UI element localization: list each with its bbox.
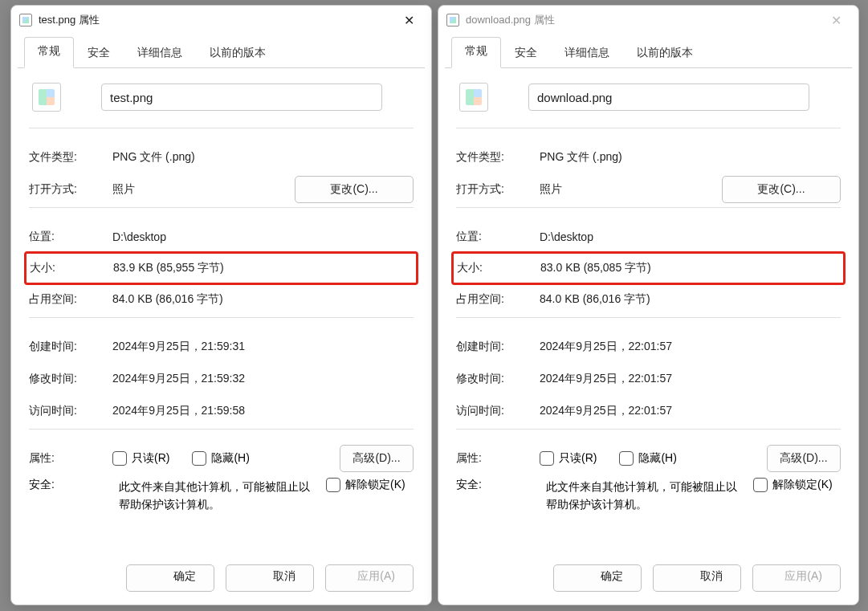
dialog-footer: 确定 取消 应用(A) [438,555,858,605]
openwith-value: 照片 [540,182,722,197]
tab-details[interactable]: 详细信息 [551,39,623,68]
filename-input[interactable] [101,84,382,111]
tab-bar: 常规 安全 详细信息 以前的版本 [445,35,852,68]
titlebar[interactable]: download.png 属性 ✕ [438,6,858,35]
filetype-label: 文件类型: [29,150,112,165]
unblock-checkbox[interactable]: 解除锁定(K) [753,478,833,492]
accessed-value: 2024年9月25日，22:01:57 [540,404,841,418]
modified-value: 2024年9月25日，22:01:57 [540,372,841,386]
openwith-value: 照片 [112,182,295,197]
advanced-button[interactable]: 高级(D)... [767,445,841,472]
cancel-button[interactable]: 取消 [226,564,314,592]
openwith-label: 打开方式: [456,182,540,197]
location-value: D:\desktop [540,230,841,243]
created-value: 2024年9月25日，22:01:57 [540,340,841,354]
close-icon: ✕ [831,13,842,28]
unblock-label: 解除锁定(K) [345,478,405,492]
created-value: 2024年9月25日，21:59:31 [112,340,414,354]
filetype-value: PNG 文件 (.png) [112,150,414,165]
tab-previous-versions[interactable]: 以前的版本 [623,39,707,68]
sizeondisk-label: 占用空间: [29,292,112,307]
tab-general[interactable]: 常规 [24,37,74,68]
divider [456,128,841,128]
tab-details[interactable]: 详细信息 [124,39,196,68]
checkbox-icon [326,478,340,492]
modified-label: 修改时间: [29,372,112,386]
location-label: 位置: [456,230,540,244]
location-value: D:\desktop [112,230,414,243]
readonly-checkbox[interactable]: 只读(R) [540,451,597,466]
tab-previous-versions[interactable]: 以前的版本 [196,39,279,68]
accessed-value: 2024年9月25日，21:59:58 [112,404,414,418]
titlebar[interactable]: test.png 属性 ✕ [11,6,431,35]
filename-input[interactable] [528,84,809,111]
sizeondisk-value: 84.0 KB (86,016 字节) [540,292,841,307]
security-text: 此文件来自其他计算机，可能被阻止以帮助保护该计算机。 [119,478,320,514]
divider [456,429,841,430]
tab-content: 文件类型:PNG 文件 (.png) 打开方式: 照片 更改(C)... 位置:… [438,68,858,555]
file-type-icon [459,83,488,112]
file-icon [446,14,459,26]
sizeondisk-label: 占用空间: [456,292,540,307]
close-icon: ✕ [404,13,414,28]
security-label: 安全: [456,478,540,492]
checkbox-icon [753,478,768,492]
size-highlight: 大小:83.9 KB (85,955 字节) [24,251,418,285]
security-label: 安全: [29,478,112,492]
location-label: 位置: [29,230,112,244]
ok-button[interactable]: 确定 [126,564,214,592]
attributes-label: 属性: [29,451,112,466]
close-button[interactable]: ✕ [391,8,426,32]
divider [29,128,414,128]
checkbox-icon [619,451,634,466]
window-title: test.png 属性 [39,13,391,27]
unblock-checkbox[interactable]: 解除锁定(K) [326,478,405,492]
cancel-button[interactable]: 取消 [653,564,741,592]
checkbox-icon [540,451,554,466]
divider [456,207,841,208]
properties-dialog-download: download.png 属性 ✕ 常规 安全 详细信息 以前的版本 文件类型:… [438,5,859,605]
file-type-icon [32,83,61,112]
unblock-label: 解除锁定(K) [772,478,833,492]
change-openwith-button[interactable]: 更改(C)... [295,176,414,203]
apply-button[interactable]: 应用(A) [325,564,414,592]
apply-button[interactable]: 应用(A) [752,564,841,592]
change-openwith-button[interactable]: 更改(C)... [722,176,841,203]
created-label: 创建时间: [29,340,112,354]
checkbox-icon [192,451,206,466]
advanced-button[interactable]: 高级(D)... [340,445,414,472]
close-button[interactable]: ✕ [818,8,854,32]
size-label: 大小: [457,261,540,275]
file-icon [19,14,32,26]
hidden-checkbox[interactable]: 隐藏(H) [619,451,676,466]
readonly-label: 只读(R) [559,451,597,466]
hidden-checkbox[interactable]: 隐藏(H) [192,451,249,466]
modified-label: 修改时间: [456,372,540,386]
modified-value: 2024年9月25日，21:59:32 [112,372,414,386]
accessed-label: 访问时间: [29,404,112,418]
ok-button[interactable]: 确定 [553,564,642,592]
tab-general[interactable]: 常规 [451,37,501,68]
size-highlight: 大小:83.0 KB (85,085 字节) [451,251,846,285]
checkbox-icon [112,451,127,466]
sizeondisk-value: 84.0 KB (86,016 字节) [112,292,414,307]
hidden-label: 隐藏(H) [638,451,676,466]
tab-security[interactable]: 安全 [501,39,551,68]
window-title: download.png 属性 [466,13,818,27]
divider [29,429,414,430]
filetype-value: PNG 文件 (.png) [540,150,841,165]
created-label: 创建时间: [456,340,540,354]
tab-bar: 常规 安全 详细信息 以前的版本 [18,35,425,68]
attributes-label: 属性: [456,451,540,466]
openwith-label: 打开方式: [29,182,112,197]
filetype-label: 文件类型: [456,150,540,165]
size-value: 83.9 KB (85,955 字节) [113,261,413,275]
readonly-checkbox[interactable]: 只读(R) [112,451,169,466]
size-label: 大小: [30,261,113,275]
tab-security[interactable]: 安全 [74,39,124,68]
accessed-label: 访问时间: [456,404,540,418]
size-value: 83.0 KB (85,085 字节) [540,261,840,275]
properties-dialog-test: test.png 属性 ✕ 常规 安全 详细信息 以前的版本 文件类型:PNG … [10,5,432,605]
tab-content: 文件类型:PNG 文件 (.png) 打开方式: 照片 更改(C)... 位置:… [11,68,431,555]
divider [456,317,841,318]
